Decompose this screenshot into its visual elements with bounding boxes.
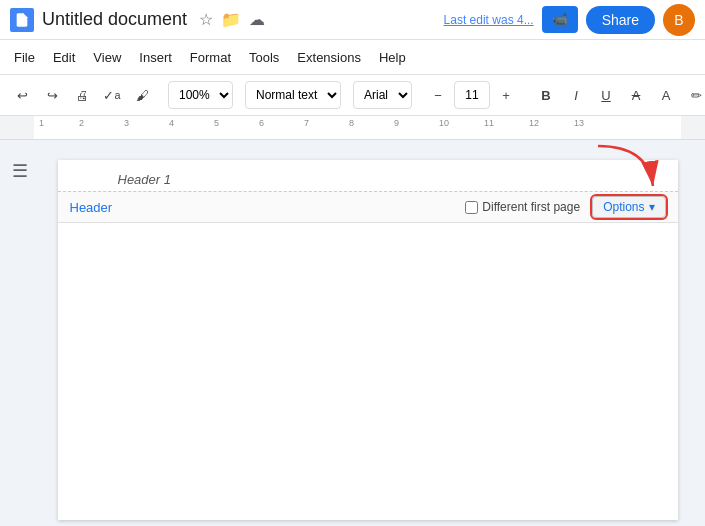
last-edit-link[interactable]: Last edit was 4... [444,13,534,27]
strikethrough-button[interactable]: A [622,81,650,109]
star-icon[interactable]: ☆ [199,10,213,29]
document-area[interactable]: Header 1 Header Different first page Opt… [40,140,695,526]
font-size-decrease[interactable]: − [424,81,452,109]
paint-format-button[interactable]: 🖌 [128,81,156,109]
zoom-select[interactable]: 100% [168,81,233,109]
ruler-mark-7: 7 [304,118,309,128]
doc-title[interactable]: Untitled document [42,9,187,30]
ruler-mark-9: 9 [394,118,399,128]
print-button[interactable]: 🖨 [68,81,96,109]
header-controls: Different first page Options ▾ [465,196,665,218]
toolbar: ↩ ↪ 🖨 ✓a 🖌 100% Normal text Header 1 Ari… [0,74,705,116]
style-select[interactable]: Normal text Header 1 [245,81,341,109]
title-right: Last edit was 4... 📹 Share B [444,4,695,36]
doc-icon [10,8,34,32]
menu-file[interactable]: File [6,46,43,69]
redo-button[interactable]: ↪ [38,81,66,109]
ruler: 1 2 3 4 5 6 7 8 9 10 11 12 13 [0,116,705,140]
header-h1-label: Header 1 [58,160,678,191]
menu-tools[interactable]: Tools [241,46,287,69]
menu-format[interactable]: Format [182,46,239,69]
options-button[interactable]: Options ▾ [592,196,665,218]
scrollbar[interactable] [695,140,705,526]
header-label-row: Header Different first page Options ▾ [58,191,678,222]
diff-first-input[interactable] [465,201,478,214]
ruler-mark-10: 10 [439,118,449,128]
ruler-mark-4: 4 [169,118,174,128]
font-size-input[interactable] [454,81,490,109]
ruler-mark-13: 13 [574,118,584,128]
ruler-mark-8: 8 [349,118,354,128]
text-color-button[interactable]: A [652,81,680,109]
meet-button[interactable]: 📹 [542,6,578,33]
share-button[interactable]: Share [586,6,655,34]
meet-icon: 📹 [552,12,568,27]
header-h1-text: Header 1 [118,172,171,187]
italic-button[interactable]: I [562,81,590,109]
main-area: ☰ Header 1 Header Different first page [0,140,705,526]
different-first-page-checkbox[interactable]: Different first page [465,200,580,214]
menu-insert[interactable]: Insert [131,46,180,69]
ruler-track: 1 2 3 4 5 6 7 8 9 10 11 12 13 [34,116,681,139]
ruler-mark-5: 5 [214,118,219,128]
title-bar: Untitled document ☆ 📁 ☁ Last edit was 4.… [0,0,705,40]
ruler-mark-11: 11 [484,118,494,128]
ruler-mark-6: 6 [259,118,264,128]
ruler-mark-12: 12 [529,118,539,128]
menu-help[interactable]: Help [371,46,414,69]
ruler-mark-2: 2 [79,118,84,128]
font-select[interactable]: Arial [353,81,412,109]
title-icons: ☆ 📁 ☁ [199,10,265,29]
bold-button[interactable]: B [532,81,560,109]
cloud-icon[interactable]: ☁ [249,10,265,29]
ruler-mark-3: 3 [124,118,129,128]
document-body[interactable] [58,223,678,473]
header-text[interactable]: Header [70,200,113,215]
menu-bar: File Edit View Insert Format Tools Exten… [0,40,705,74]
menu-edit[interactable]: Edit [45,46,83,69]
highlight-button[interactable]: ✏ [682,81,705,109]
avatar[interactable]: B [663,4,695,36]
header-section: Header Different first page Options ▾ [58,191,678,223]
menu-extensions[interactable]: Extensions [289,46,369,69]
ruler-mark-0: 1 [39,118,44,128]
outline-icon[interactable]: ☰ [12,160,28,182]
underline-button[interactable]: U [592,81,620,109]
undo-button[interactable]: ↩ [8,81,36,109]
font-size-increase[interactable]: + [492,81,520,109]
left-panel: ☰ [0,140,40,526]
page: Header 1 Header Different first page Opt… [58,160,678,520]
options-label: Options [603,200,644,214]
folder-icon[interactable]: 📁 [221,10,241,29]
menu-view[interactable]: View [85,46,129,69]
options-chevron-icon: ▾ [649,200,655,214]
spellcheck-button[interactable]: ✓a [98,81,126,109]
diff-first-label: Different first page [482,200,580,214]
